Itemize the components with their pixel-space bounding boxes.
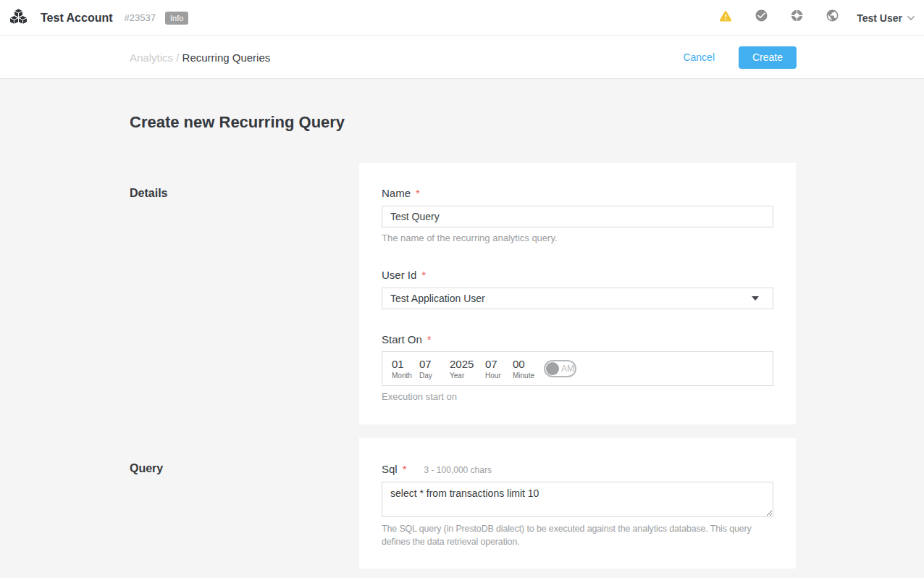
sql-label: Sql* xyxy=(382,463,407,475)
required-asterisk: * xyxy=(403,463,407,475)
globe-icon[interactable] xyxy=(826,9,839,22)
breadcrumb-parent[interactable]: Analytics xyxy=(130,51,173,64)
details-section: Details Name* The name of the recurring … xyxy=(130,163,924,424)
details-section-label: Details xyxy=(130,163,359,424)
info-badge[interactable]: Info xyxy=(165,12,188,25)
month-caption: Month xyxy=(392,372,419,380)
breadcrumb: Analytics / Recurring Queries xyxy=(130,51,270,64)
user-id-selected-value: Test Application User xyxy=(390,293,485,304)
day-caption: Day xyxy=(419,372,450,380)
name-help: The name of the recurring analytics quer… xyxy=(382,233,773,243)
details-card: Name* The name of the recurring analytic… xyxy=(359,163,796,424)
main-content: Create new Recurring Query Details Name*… xyxy=(0,79,924,569)
meridiem-toggle-knob xyxy=(546,362,559,375)
account-name: Test Account xyxy=(41,12,113,25)
create-button[interactable]: Create xyxy=(739,46,797,69)
name-label: Name* xyxy=(382,187,773,199)
start-on-label: Start On* xyxy=(382,333,773,345)
hour-column[interactable]: 07 Hour xyxy=(485,359,513,380)
meridiem-toggle[interactable]: AM xyxy=(544,360,576,377)
hour-value[interactable]: 07 xyxy=(485,359,513,370)
year-column[interactable]: 2025 Year xyxy=(450,359,485,380)
sql-chars-hint: 3 - 100,000 chars xyxy=(424,465,492,475)
required-asterisk: * xyxy=(421,269,426,281)
minute-column[interactable]: 00 Minute xyxy=(513,359,544,380)
breadcrumb-current: Recurring Queries xyxy=(182,51,271,64)
meridiem-label: AM xyxy=(561,364,574,374)
dropdown-arrow-icon xyxy=(752,296,759,301)
month-value[interactable]: 01 xyxy=(392,359,419,370)
warning-icon[interactable] xyxy=(718,9,733,23)
name-input[interactable] xyxy=(382,206,773,227)
user-name: Test User xyxy=(857,12,902,24)
check-circle-icon[interactable] xyxy=(755,9,768,22)
required-asterisk: * xyxy=(427,333,432,345)
query-card: Sql* 3 - 100,000 chars select * from tra… xyxy=(359,438,796,569)
cancel-button[interactable]: Cancel xyxy=(683,51,715,63)
chevron-down-icon xyxy=(907,15,915,21)
user-menu[interactable]: Test User xyxy=(857,12,915,24)
name-field: Name* The name of the recurring analytic… xyxy=(382,187,773,243)
day-value[interactable]: 07 xyxy=(419,359,450,370)
user-id-field: User Id* Test Application User xyxy=(382,269,773,309)
required-asterisk: * xyxy=(416,187,420,199)
breadcrumb-separator: / xyxy=(176,51,179,64)
year-value[interactable]: 2025 xyxy=(450,359,485,370)
year-caption: Year xyxy=(450,372,485,380)
month-column[interactable]: 01 Month xyxy=(392,359,419,380)
sql-field: Sql* 3 - 100,000 chars select * from tra… xyxy=(382,463,773,548)
support-icon[interactable] xyxy=(790,9,804,22)
user-id-label: User Id* xyxy=(382,269,773,281)
start-on-field: Start On* 01 Month 07 Day 2025 Year xyxy=(382,333,773,402)
app-logo-icon[interactable] xyxy=(9,8,28,28)
sql-textarea[interactable]: select * from transactions limit 10 xyxy=(382,482,773,517)
minute-value[interactable]: 00 xyxy=(513,359,544,370)
breadcrumb-bar: Analytics / Recurring Queries Cancel Cre… xyxy=(0,36,924,79)
start-on-help: Execution start on xyxy=(382,391,773,402)
page-title: Create new Recurring Query xyxy=(130,113,924,132)
account-number: #23537 xyxy=(125,12,156,23)
minute-caption: Minute xyxy=(513,372,544,380)
hour-caption: Hour xyxy=(485,372,513,380)
day-column[interactable]: 07 Day xyxy=(419,359,450,380)
query-section-label: Query xyxy=(130,438,359,569)
sql-help: The SQL query (in PrestoDB dialect) to b… xyxy=(382,522,776,548)
user-id-select[interactable]: Test Application User xyxy=(382,288,773,309)
start-on-picker: 01 Month 07 Day 2025 Year 07 Hour xyxy=(382,351,773,386)
top-bar: Test Account #23537 Info Test User xyxy=(0,0,924,36)
query-section: Query Sql* 3 - 100,000 chars select * fr… xyxy=(130,438,924,569)
